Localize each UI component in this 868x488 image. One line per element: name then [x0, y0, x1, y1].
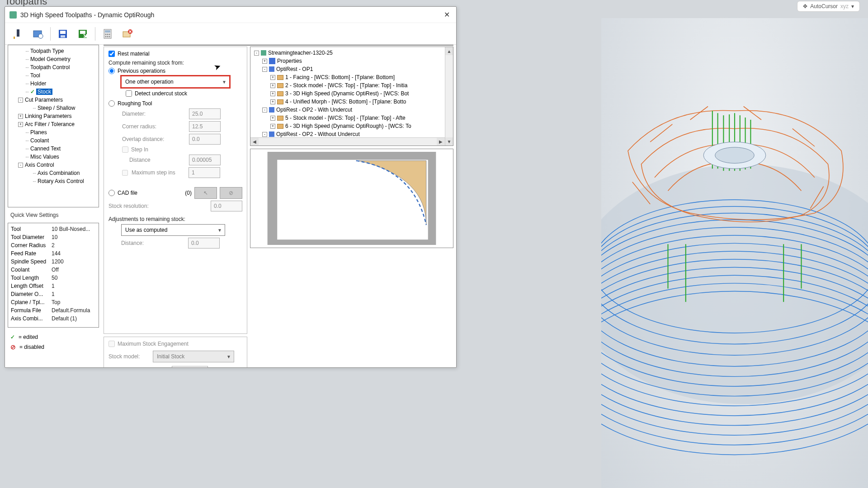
scroll-right-icon[interactable]: ▶ — [437, 138, 445, 145]
expand-icon[interactable]: + — [270, 91, 275, 96]
operations-tree[interactable]: -Streamingteacher-1320-25+Properties-Opt… — [250, 47, 453, 146]
nav-item[interactable]: -Axis Control — [9, 161, 98, 169]
expand-icon[interactable]: + — [18, 122, 23, 127]
svg-point-0 — [601, 164, 868, 404]
cad-select-button[interactable]: ↖ — [194, 187, 217, 199]
ops-tree-item[interactable]: +Properties — [252, 57, 443, 65]
qv-value: 2 — [52, 242, 55, 249]
nav-item[interactable]: ···✓Stock — [9, 88, 98, 96]
adjustments-label: Adjustments to remaining stock: — [108, 216, 242, 222]
calculator-button[interactable] — [100, 26, 115, 42]
nav-item[interactable]: ···Misc Values — [9, 153, 98, 161]
dropdown-value: Initial Stock — [157, 353, 184, 360]
nav-item[interactable]: ···Toolpath Control — [9, 63, 98, 71]
expand-icon[interactable]: + — [270, 83, 275, 88]
vertical-scrollbar[interactable]: ▲ ▼ — [445, 47, 453, 145]
settings-button[interactable] — [30, 26, 46, 42]
expand-icon[interactable]: - — [262, 67, 267, 72]
scroll-up-icon[interactable]: ▲ — [445, 47, 453, 55]
tree-branch-icon: ··· — [25, 72, 28, 79]
chevron-down-icon: ▾ — [851, 3, 854, 9]
nav-item[interactable]: ···Toolpath Type — [9, 47, 98, 55]
previous-ops-radio[interactable] — [108, 68, 115, 74]
ops-tree-item[interactable]: -OptiRest - OP1 — [252, 65, 443, 73]
roughing-tool-radio[interactable] — [108, 100, 115, 107]
ops-tree-item[interactable]: -Streamingteacher-1320-25 — [252, 49, 443, 57]
nav-item[interactable]: +Linking Parameters — [9, 112, 98, 120]
ops-tree-item[interactable]: +1 - Facing - [WCS: Bottom] - [Tplane: B… — [252, 73, 443, 81]
ops-tree-item[interactable]: +4 - Unified Morph - [WCS: Bottom] - [Tp… — [252, 98, 443, 106]
nav-item[interactable]: ···Model Geometry — [9, 55, 98, 63]
qv-key: Corner Radius — [11, 242, 52, 249]
rest-material-label: Rest material — [118, 51, 150, 57]
nav-item-label: Planes — [30, 129, 47, 136]
expand-icon[interactable]: - — [262, 132, 267, 137]
ops-label: OptiRest - OP2 - Without Undercut — [276, 131, 360, 137]
save-button[interactable] — [55, 26, 71, 42]
expand-icon[interactable]: + — [18, 114, 23, 119]
expand-icon[interactable]: - — [254, 51, 259, 56]
nav-item[interactable]: ···Tool — [9, 71, 98, 80]
ops-tree-item[interactable]: +5 - Stock model - [WCS: Top] - [Tplane:… — [252, 114, 443, 122]
adjustments-dropdown[interactable]: Use as computed ▼ — [121, 224, 225, 236]
distance-input — [189, 155, 221, 165]
max-step-ins-input — [189, 167, 220, 178]
nav-item-label: Misc Values — [30, 154, 59, 160]
tree-branch-icon: ··· — [33, 170, 36, 176]
folder-icon — [277, 75, 283, 80]
cad-clear-button[interactable]: ⊘ — [220, 187, 242, 199]
dropdown-value: One other operation — [125, 79, 174, 85]
nav-tree[interactable]: ···Toolpath Type···Model Geometry···Tool… — [8, 45, 99, 207]
nav-item[interactable]: ···Holder — [9, 80, 98, 88]
toolbar — [5, 23, 456, 45]
nav-item[interactable]: ···Steep / Shallow — [9, 104, 98, 112]
detect-undercut-checkbox[interactable] — [126, 90, 132, 97]
save-as-button[interactable] — [75, 26, 90, 42]
nav-item-label: Linking Parameters — [25, 113, 71, 119]
nav-item-label: Steep / Shallow — [38, 105, 75, 111]
nav-item[interactable]: -Cut Parameters — [9, 96, 98, 104]
expand-icon[interactable]: + — [270, 116, 275, 121]
close-button[interactable]: ✕ — [442, 10, 452, 20]
nav-item[interactable]: ···Canned Text — [9, 145, 98, 153]
stock-res-label: Stock resolution: — [108, 203, 172, 209]
nav-item[interactable]: ···Planes — [9, 128, 98, 136]
nav-item[interactable]: ···Rotary Axis Control — [9, 177, 98, 185]
nav-item-label: Arc Filter / Tolerance — [25, 121, 75, 127]
max-stock-engagement: Maximum Stock Engagement Stock model: In… — [104, 337, 247, 367]
expand-icon[interactable]: + — [262, 59, 267, 64]
qv-value: 50 — [52, 275, 57, 281]
cad-file-radio[interactable] — [108, 190, 115, 196]
expand-icon[interactable]: + — [270, 75, 275, 80]
nav-item[interactable]: +Arc Filter / Tolerance — [9, 120, 98, 128]
3d-viewport[interactable] — [601, 18, 868, 488]
tree-branch-icon: ··· — [33, 105, 36, 111]
autocursor-chip[interactable]: ✥ AutoCursor xyz ▾ — [797, 1, 860, 12]
nav-item[interactable]: ···Axis Combination — [9, 169, 98, 177]
qv-key: Coolant — [11, 267, 52, 273]
ops-tree-item[interactable]: +3 - 3D High Speed (Dynamic OptiRest) - … — [252, 89, 443, 98]
ops-tree-item[interactable]: -OptiRest - OP2 - With Undercut — [252, 106, 443, 114]
rest-material-checkbox[interactable] — [108, 51, 115, 57]
svg-point-41 — [109, 33, 110, 35]
ops-tree-item[interactable]: +6 - 3D High Speed (Dynamic OptiRough) -… — [252, 122, 443, 130]
previous-ops-dropdown[interactable]: One other operation ▼ — [121, 76, 230, 88]
nav-item-label: Coolant — [30, 137, 49, 144]
nav-item[interactable]: ···Coolant — [9, 136, 98, 145]
delete-button[interactable] — [120, 26, 135, 42]
expand-icon[interactable]: - — [18, 98, 23, 103]
expand-icon[interactable]: - — [18, 163, 23, 168]
qv-key: Tool Diameter — [11, 234, 52, 240]
cursor-icon: ✥ — [803, 3, 807, 9]
expand-icon[interactable]: + — [270, 99, 275, 104]
folder-icon — [277, 124, 283, 129]
horizontal-scrollbar[interactable]: ◀ ▶ — [250, 137, 445, 145]
scroll-down-icon[interactable]: ▼ — [445, 137, 453, 145]
expand-icon[interactable]: + — [270, 124, 275, 129]
ops-tree-item[interactable]: +2 - Stock model - [WCS: Top] - [Tplane:… — [252, 81, 443, 89]
expand-icon[interactable]: - — [262, 108, 267, 113]
qv-key: Diameter O... — [11, 291, 52, 297]
quickview-header: Quick View Settings — [8, 210, 99, 220]
tool-button[interactable] — [10, 26, 26, 42]
scroll-left-icon[interactable]: ◀ — [250, 138, 259, 145]
